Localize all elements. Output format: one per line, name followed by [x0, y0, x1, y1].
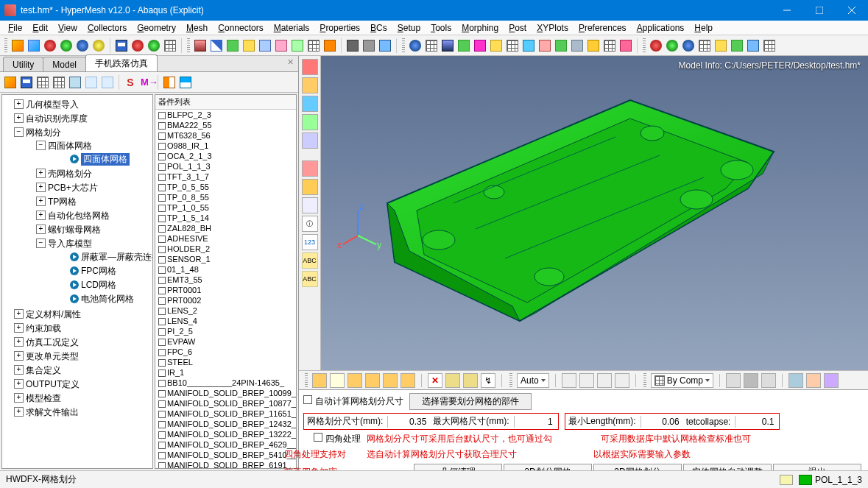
tb-27[interactable] [618, 38, 633, 53]
tb-29[interactable] [665, 38, 680, 53]
list-item[interactable]: O988_IR_1 [155, 141, 296, 151]
tree-item[interactable]: LCD网格 [58, 278, 151, 292]
open-button[interactable] [10, 38, 25, 53]
lt-grid2[interactable] [52, 75, 66, 90]
tb-6[interactable] [258, 38, 272, 53]
list-item[interactable]: POL_1_1_3 [155, 161, 296, 171]
lt-S[interactable]: S [123, 75, 138, 90]
vb-10[interactable] [562, 373, 576, 388]
list-item[interactable]: BB10__________24PIN-14635_ [155, 378, 296, 388]
menu-morphing[interactable]: Morphing [456, 21, 504, 35]
tree-item[interactable]: 模型检查 [14, 392, 151, 406]
toolbar-grip[interactable] [643, 38, 646, 53]
tb-7[interactable] [274, 38, 289, 53]
vb-17[interactable] [788, 373, 803, 388]
mesh-size-value[interactable]: 0.35 [387, 416, 428, 428]
vb-13[interactable] [615, 373, 629, 388]
list-item[interactable]: TP_1_5_14 [155, 213, 296, 223]
toolbar-grip[interactable] [187, 38, 190, 53]
vb-12[interactable] [597, 373, 612, 388]
tb-14[interactable] [408, 38, 423, 53]
maximize-button[interactable] [803, 0, 836, 21]
vl-5[interactable] [302, 132, 318, 149]
list-item[interactable]: MANIFOLD_SOLID_BREP_11651__ [155, 409, 296, 419]
menu-bcs[interactable]: BCs [365, 21, 392, 35]
tb-8[interactable] [290, 38, 305, 53]
vb-auto-select[interactable]: Auto [517, 373, 549, 388]
tree-item[interactable]: 屏蔽罩—屏蔽壳连接 [58, 250, 151, 264]
tb-35[interactable] [762, 38, 777, 53]
tb-16[interactable] [440, 38, 455, 53]
list-item[interactable]: MANIFOLD_SOLID_BREP_4629__ [155, 439, 296, 450]
toolbar-grip[interactable] [643, 373, 646, 388]
tree-item[interactable]: 集合定义 [14, 364, 151, 378]
vb-16[interactable] [761, 373, 776, 388]
tb-33[interactable] [730, 38, 744, 53]
list-item[interactable]: LENS_2 [155, 305, 296, 316]
vb-7[interactable] [445, 373, 460, 388]
tb-32[interactable] [713, 38, 728, 53]
process-tree[interactable]: 几何模型导入自动识别壳厚度网格划分四面体网格四面体网格壳网格划分PCB+大芯片T… [1, 94, 153, 469]
vl-10[interactable]: 123 [302, 234, 318, 250]
tb-31[interactable] [697, 38, 712, 53]
tb-9[interactable] [306, 38, 321, 53]
vb-1[interactable] [312, 373, 327, 388]
list-item[interactable]: OCA_2_1_3 [155, 151, 296, 161]
tb-28[interactable] [649, 38, 663, 53]
toolbar-grip[interactable] [305, 373, 308, 388]
tab-close-icon[interactable]: ✕ [287, 57, 294, 67]
menu-connectors[interactable]: Connectors [213, 21, 268, 35]
list-item[interactable]: MANIFOLD_SOLID_BREP_13222__ [155, 429, 296, 439]
vb-9[interactable]: ↯ [481, 373, 495, 388]
lt-b3[interactable] [100, 75, 115, 90]
tree-item[interactable]: 更改单元类型 [14, 350, 151, 364]
menu-help[interactable]: Help [689, 21, 718, 35]
vb-4[interactable] [365, 373, 380, 388]
vl-abc2[interactable]: ABC [302, 271, 318, 287]
list-item[interactable]: ZAL828_BH [155, 223, 296, 233]
list-item[interactable]: STEEL [155, 357, 296, 367]
lt-grid1[interactable] [35, 75, 50, 90]
list-item[interactable]: MANIFOLD_SOLID_BREP_12432__ [155, 419, 296, 429]
list-item[interactable]: MANIFOLD_SOLID_BREP_10099__ [155, 388, 296, 398]
vl-7[interactable] [302, 179, 318, 195]
menu-materials[interactable]: Materials [269, 21, 315, 35]
tb-34[interactable] [746, 38, 761, 53]
min-length-value[interactable]: 0.06 [641, 416, 682, 428]
cb-corner[interactable]: 四角处理 [314, 433, 361, 445]
btn-a[interactable] [130, 38, 145, 53]
lt-arrow[interactable]: M→ [139, 75, 154, 90]
tb-26[interactable] [602, 38, 617, 53]
vb-delete[interactable]: ✕ [428, 373, 442, 388]
tree-item[interactable]: OUTPUT定义 [14, 378, 151, 392]
part-list[interactable]: 器件列表 BLFPC_2_3BMA222_55MT6328_56O988_IR_… [155, 94, 297, 469]
vb-19[interactable] [824, 373, 839, 388]
tree-item[interactable]: 几何模型导入 [14, 98, 151, 112]
tree-item[interactable]: 求解文件输出 [14, 406, 151, 420]
toolbar-grip[interactable] [4, 38, 7, 53]
tb-13[interactable] [378, 38, 392, 53]
minimize-button[interactable] [771, 0, 803, 21]
list-item[interactable]: PI_2_5 [155, 326, 296, 336]
list-item[interactable]: BMA222_55 [155, 120, 296, 130]
lt-b1[interactable] [68, 75, 82, 90]
tree-item[interactable]: PCB+大芯片 [36, 181, 151, 195]
tb-21[interactable] [521, 38, 536, 53]
angle-button[interactable] [209, 38, 224, 53]
list-item[interactable]: TFT_3_1_7 [155, 171, 296, 182]
list-item[interactable]: LENS_4 [155, 316, 296, 326]
list-item[interactable]: HOLDER_2 [155, 244, 296, 254]
menu-view[interactable]: View [53, 21, 82, 35]
vb-18[interactable] [806, 373, 821, 388]
menu-file[interactable]: File [3, 21, 27, 35]
tree-item[interactable]: 四面体网格四面体网格 [36, 139, 151, 167]
measure-button[interactable] [193, 38, 208, 53]
lt-save[interactable] [19, 75, 34, 90]
tab-0[interactable]: Utility [3, 57, 43, 71]
list-item[interactable]: TP_0_8_55 [155, 192, 296, 202]
tree-item[interactable]: 电池简化网格 [58, 292, 151, 306]
tetcollapse-value[interactable]: 0.1 [735, 416, 776, 428]
menu-mesh[interactable]: Mesh [181, 21, 213, 35]
vl-6[interactable] [302, 160, 318, 177]
vl-2[interactable] [302, 77, 318, 93]
